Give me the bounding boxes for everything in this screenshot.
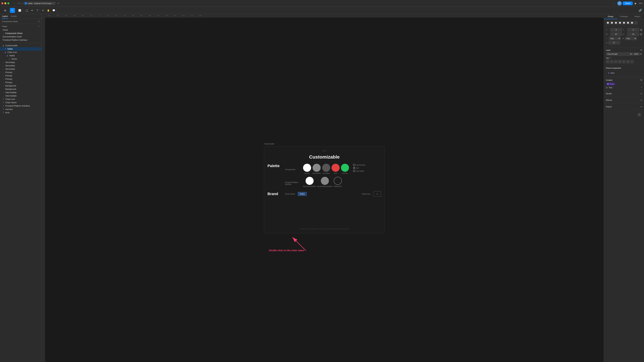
layer-vector[interactable]: ▽ Vector <box>0 57 42 61</box>
y-input[interactable] <box>628 28 639 31</box>
forward-icon[interactable]: → <box>16 2 18 4</box>
layer-primary-3[interactable]: ○ Primary <box>0 77 42 81</box>
right-tab-prototype[interactable]: Prototype <box>617 14 631 19</box>
refresh-icon[interactable]: ↻ <box>18 2 20 4</box>
chain-tag[interactable]: Chain <box>606 82 616 85</box>
layer-name-prim2: Primary <box>5 75 12 77</box>
layer-primary-2[interactable]: ○ Primary <box>0 74 42 77</box>
right-tab-design[interactable]: Design <box>604 14 617 19</box>
tab-assets[interactable]: Assets <box>11 15 17 19</box>
layer-name-frontend: Frontend Platform Interface <box>5 105 30 107</box>
opacity-input[interactable] <box>632 53 640 55</box>
ruler-mark: 200 <box>112 15 120 16</box>
component-tool[interactable]: # <box>40 8 46 13</box>
right-tab-inspect[interactable]: Inspect <box>630 14 644 19</box>
pen-tool[interactable]: ✒ <box>30 8 35 13</box>
shape-tool[interactable]: ◯ <box>24 8 29 13</box>
chain-icon-box[interactable]: ▼ <box>373 191 381 197</box>
layer-customizable[interactable]: ⊞ Customizable <box>0 44 42 47</box>
page-item-docs[interactable]: Documentation Asset <box>2 35 40 38</box>
h-input[interactable] <box>628 32 639 36</box>
hug-x-select[interactable]: Hug <box>609 37 621 40</box>
align-middle-icon[interactable]: ⬜ <box>622 21 626 25</box>
layer-intermediate-1[interactable]: ○ Intermediate <box>0 91 42 94</box>
layer-chain-icon-text[interactable]: T Chain Icon <box>0 97 42 101</box>
text-align-right[interactable]: ≡ <box>614 60 618 63</box>
layer-background-2[interactable]: ○ Background <box>0 87 42 91</box>
layer-success[interactable]: T success <box>0 108 42 111</box>
home-icon[interactable]: ⌂ <box>21 2 22 5</box>
chain-name-badge[interactable]: Nabla <box>298 192 306 196</box>
text-tool[interactable]: T <box>35 8 40 13</box>
text-align-left[interactable]: ≡ <box>606 60 610 63</box>
layer-error[interactable]: T error <box>0 111 42 114</box>
page-item-frontend[interactable]: Frontend Platform Interface <box>2 38 40 42</box>
layer-primary-4[interactable]: ○ Primary <box>0 81 42 84</box>
close-window-btn[interactable] <box>1 2 3 4</box>
new-tab-btn[interactable]: + <box>57 2 60 5</box>
layer-secondary-1[interactable]: ○ Secondary <box>0 61 42 64</box>
back-icon[interactable]: ← <box>13 2 15 4</box>
design-frame[interactable]: Customizable nabla Customizable Palette <box>264 146 385 233</box>
visibility-toggle[interactable]: 👁 <box>640 53 642 55</box>
tab-close-btn[interactable]: ✕ <box>53 2 54 4</box>
layer-primary-1[interactable]: ○ Primary <box>0 71 42 74</box>
ruler-mark: 800 <box>162 15 171 16</box>
text-align-bottom[interactable]: ⬇ <box>626 60 630 63</box>
ruler-left <box>42 17 45 362</box>
layer-expand-icon[interactable]: ⊞ <box>640 49 642 51</box>
link-icon[interactable]: 🔗 <box>639 9 642 12</box>
help-icon[interactable]: ? <box>637 113 641 117</box>
frame-icon: ⊞ <box>2 45 5 46</box>
stroke-add-icon[interactable]: + <box>640 92 642 95</box>
hand-tool[interactable]: ✋ <box>46 8 51 13</box>
frame-tool[interactable]: ⬜ <box>17 8 22 13</box>
more-options-icon[interactable]: ⋯ <box>613 2 615 5</box>
text-more-icon[interactable]: … <box>630 60 634 63</box>
comment-tool[interactable]: 💬 <box>51 8 56 13</box>
blend-mode-select[interactable]: Pass through <box>606 52 632 56</box>
layer-chain-name[interactable]: T Chain Name <box>0 101 42 104</box>
layer-chain-icon[interactable]: ◆ Chain Icon <box>0 51 42 54</box>
distribute-icon[interactable]: ⬜ <box>630 21 634 25</box>
page-item-cover[interactable]: Cover <box>2 28 40 32</box>
align-center-icon[interactable]: ⬜ <box>610 21 614 25</box>
play-button[interactable]: ▶ <box>635 2 636 5</box>
x-input[interactable] <box>610 28 622 31</box>
text-align-top[interactable]: ⬆ <box>618 60 622 63</box>
layer-background-1[interactable]: ○ Background <box>0 84 42 87</box>
align-bottom-icon[interactable]: ⬜ <box>626 21 630 25</box>
add-page-btn[interactable]: + <box>38 25 40 27</box>
export-add-icon[interactable]: + <box>640 105 642 108</box>
layer-nabla-comp[interactable]: ◆ Nabla <box>0 54 42 57</box>
layer-secondary-2[interactable]: ○ Secondary <box>0 64 42 67</box>
pointer-tool[interactable]: ↖ <box>10 8 15 13</box>
constraints-icon[interactable]: ⊞ <box>640 28 642 31</box>
maximize-window-btn[interactable] <box>8 2 10 4</box>
content-expand-icon[interactable]: ⊞ <box>640 79 642 81</box>
browser-tab[interactable]: nabla - Outpost UI Kit (Copy) ✕ <box>23 2 56 5</box>
text-align-center[interactable]: ≡ <box>610 60 614 63</box>
share-button[interactable]: Share <box>623 1 633 5</box>
align-top-icon[interactable]: ⬜ <box>618 21 622 25</box>
layer-intermediate-2[interactable]: ○ Intermediate <box>0 94 42 97</box>
align-right-icon[interactable]: ⬜ <box>614 21 618 25</box>
more-align-icon[interactable]: … <box>634 21 638 25</box>
hug-y-select[interactable]: Hug <box>625 37 637 40</box>
effects-add-icon[interactable]: + <box>640 99 642 102</box>
menu-tool[interactable]: ⊞ <box>3 8 8 13</box>
layer-nabla-text[interactable]: T Nabla <box>0 47 42 51</box>
layer-secondary-3[interactable]: ○ Secondary <box>0 67 42 71</box>
w-input[interactable] <box>610 32 622 36</box>
tab-layers[interactable]: Layers <box>2 15 8 19</box>
sheet-dropdown-icon[interactable]: ▾ <box>38 20 40 22</box>
align-left-icon[interactable]: ⬜ <box>606 21 610 25</box>
canvas-area[interactable]: -600 -500 -400 -300 -200 -100 0 100 200 … <box>42 14 604 362</box>
minimize-window-btn[interactable] <box>4 2 6 4</box>
page-item-components[interactable]: ✓ Components Sheet <box>2 32 40 35</box>
lock-ratio-icon[interactable]: ⊟ <box>640 33 642 35</box>
text-minus-icon[interactable]: − <box>641 86 642 89</box>
text-align-middle[interactable]: ⬛ <box>622 60 626 63</box>
layer-frontend-pi[interactable]: T Frontend Platform Interface <box>0 104 42 108</box>
rotation-input[interactable] <box>608 41 620 44</box>
